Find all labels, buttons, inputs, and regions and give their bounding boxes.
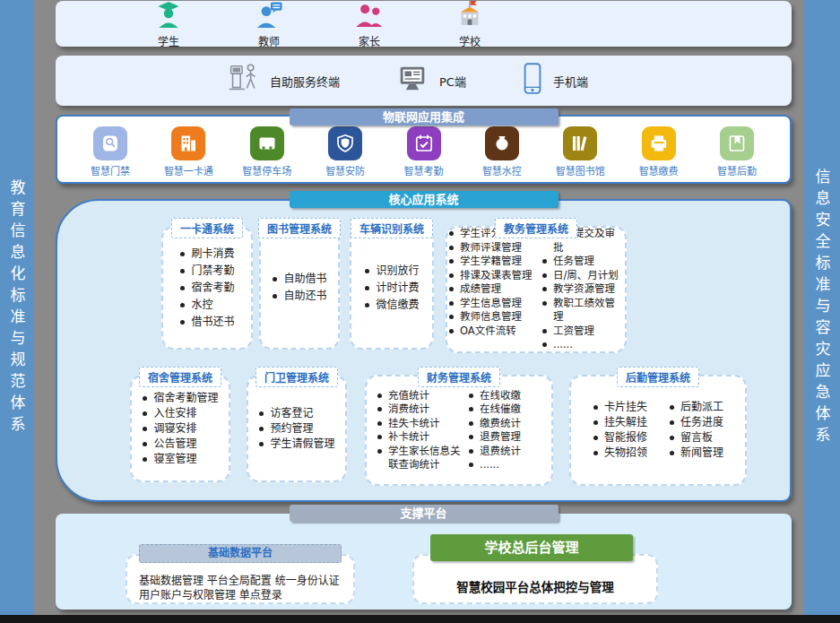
teacher-icon: [253, 0, 285, 33]
right-sidebar-label: 信息安全标准与容灾应急体系: [811, 169, 834, 448]
student-icon: [152, 0, 185, 33]
support-banner: 支撑平台: [290, 505, 559, 522]
system-box-title: 一卡通系统: [171, 218, 243, 238]
school-admin-box: 智慧校园平台总体把控与管理: [412, 554, 658, 604]
support-platform-panel: 支撑平台 基础数据平台 基础数据管理 平台全局配置 统一身份认证 用户账户与权限…: [56, 514, 792, 610]
feature-list: 识别放行计时计费微信缴费: [364, 263, 419, 314]
iot-label: 智慧考勤: [404, 163, 444, 177]
feature-item: 门禁考勤: [179, 263, 234, 280]
right-sidebar: 信息安全标准与容灾应急体系: [804, 0, 840, 616]
feature-item: 日/周、月计划: [541, 269, 624, 283]
feature-item: 卡片挂失: [593, 400, 647, 415]
user-types-panel: 学生 教师 家长: [56, 1, 792, 47]
left-sidebar: 教育信息化标准与规范体系: [0, 0, 34, 616]
terminal-kiosk: 自助服务终端: [224, 60, 340, 101]
iot-item-access: 智慧门禁: [72, 126, 149, 177]
terminal-label: 自助服务终端: [270, 73, 340, 90]
feature-item: 教师评课管理: [448, 241, 541, 255]
base-platform-line1: 基础数据管理 平台全局配置 统一身份认证: [139, 574, 344, 588]
iot-label: 智慧门禁: [91, 163, 130, 177]
water-control-icon: [485, 126, 519, 160]
feature-item: 退费管理: [468, 430, 541, 445]
user-item-parent: 家长: [339, 0, 400, 48]
access-control-icon: [93, 126, 127, 160]
terminal-label: PC端: [439, 73, 466, 90]
iot-item-payment: 智慧缴费: [620, 126, 697, 177]
feature-list: 在线收缴在线催缴缴费统计退费管理退费统计......: [468, 389, 541, 472]
system-box-title: 财务管理系统: [418, 367, 500, 387]
system-box-dorm: 宿舍管理系统 宿舍考勤管理入住安排调寝安排公告管理寝室管理: [130, 375, 230, 482]
feature-item: 入住安排: [142, 406, 218, 421]
feature-item: 排课及课表管理: [448, 269, 541, 283]
feature-item: 调寝安排: [142, 421, 218, 437]
parents-icon: [353, 0, 385, 33]
iot-label: 智慧水控: [482, 163, 522, 177]
user-item-teacher: 教师: [238, 0, 299, 48]
feature-item: 识别放行: [364, 263, 419, 280]
feature-item: 充值统计: [377, 389, 468, 403]
feature-item: 新闻管理: [669, 446, 723, 461]
system-box-title: 图书管理系统: [258, 218, 341, 238]
iot-label: 智慧后勤: [717, 163, 757, 177]
feature-list: 自助借书自助还书: [272, 271, 326, 305]
feature-item: 自助还书: [272, 288, 326, 305]
payment-machine-icon: [642, 126, 676, 160]
parking-icon: [250, 126, 284, 160]
system-box-title: 后勤管理系统: [617, 367, 699, 387]
feature-item: 失物招领: [593, 446, 647, 461]
left-sidebar-label: 教育信息化标准与规范体系: [6, 179, 29, 437]
feature-item: ......: [541, 338, 624, 352]
iot-item-parking: 智慧停车场: [229, 126, 306, 177]
school-icon: [454, 0, 486, 33]
feature-item: 工资管理: [541, 324, 624, 339]
iot-item-library: 智慧图书馆: [541, 126, 619, 177]
system-box-title: 宿舍管理系统: [139, 367, 221, 387]
feature-list: 后勤派工任务进度留言板新闻管理: [669, 400, 723, 461]
system-box-academic: 教务管理系统 学生评分管理教师评课管理学生学籍管理排课及课表管理成绩管理学生信息…: [446, 226, 627, 353]
terminals-panel: 自助服务终端 PC端 手: [56, 56, 792, 106]
bottom-strip: [0, 615, 840, 623]
terminal-pc: PC端: [394, 62, 466, 100]
feature-item: 在线催缴: [468, 402, 541, 417]
system-box-finance: 财务管理系统 充值统计消费统计挂失卡统计补卡统计学生家长信息关联查询统计 在线收…: [365, 375, 553, 486]
user-label: 教师: [258, 33, 280, 48]
feature-item: 借书还书: [179, 314, 234, 331]
two-column-list: 卡片挂失挂失解挂智能报修失物招领 后勤派工任务进度留言板新闻管理: [593, 400, 723, 461]
one-card-icon: [171, 126, 205, 160]
feature-list: 宿舍考勤管理入住安排调寝安排公告管理寝室管理: [142, 391, 218, 467]
feature-list: 访客登记预约管理学生请假管理: [258, 406, 334, 452]
two-column-list: 学生评分管理教师评课管理学生学籍管理排课及课表管理成绩管理学生信息管理教师信息管…: [448, 227, 624, 352]
iot-label: 智慧缴费: [639, 163, 679, 177]
feature-item: 成绩管理: [448, 282, 541, 297]
feature-item: 计时计费: [364, 280, 419, 297]
base-data-platform-badge: 基础数据平台: [139, 544, 342, 563]
mobile-phone-icon: [520, 61, 545, 100]
iot-item-onecard: 智慧一卡通: [150, 126, 227, 177]
system-box-title: 门卫管理系统: [255, 367, 338, 387]
logistics-bookmark-icon: [720, 126, 754, 160]
smart-campus-architecture-diagram: 教育信息化标准与规范体系 信息安全标准与容灾应急体系 学生 教师: [0, 0, 840, 623]
iot-integration-panel: 物联网应用集成 智慧门禁 智慧一卡通: [56, 115, 792, 184]
feature-item: 微信缴费: [364, 297, 419, 314]
feature-item: 教学资源管理: [541, 282, 624, 297]
feature-item: 宿舍考勤管理: [142, 391, 218, 406]
iot-item-attendance: 智慧考勤: [385, 126, 463, 177]
iot-label: 智慧图书馆: [556, 163, 605, 177]
system-box-vehicle: 车辆识别系统 识别放行计时计费微信缴费: [350, 226, 434, 350]
self-service-kiosk-icon: [224, 60, 262, 101]
feature-item: 退费统计: [468, 445, 541, 459]
iot-label: 智慧安防: [325, 163, 365, 177]
school-admin-content: 智慧校园平台总体把控与管理: [456, 577, 614, 595]
library-books-icon: [563, 126, 597, 160]
core-banner: 核心应用系统: [290, 191, 559, 208]
terminal-mobile: 手机端: [520, 61, 588, 100]
feature-list: 流程提交及审批任务管理日/周、月计划教学资源管理教职工绩效管理工资管理.....…: [541, 227, 624, 352]
feature-item: 任务管理: [541, 255, 624, 269]
iot-label: 智慧停车场: [242, 163, 291, 177]
feature-item: 后勤派工: [669, 400, 723, 415]
feature-item: 教职工绩效管理: [541, 297, 624, 324]
feature-item: 寝室管理: [142, 452, 218, 467]
security-shield-icon: [328, 126, 362, 160]
system-box-library: 图书管理系统 自助借书自助还书: [259, 226, 340, 350]
feature-item: 公告管理: [142, 437, 218, 452]
